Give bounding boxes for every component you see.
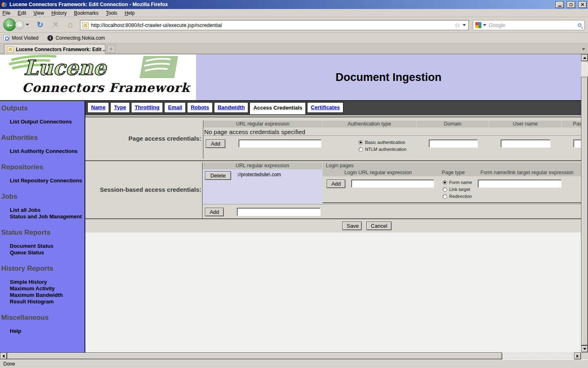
page-type-link-target-label: Link target <box>449 187 470 192</box>
firefox-icon <box>1 2 7 8</box>
col-url-regexp: URL regular expression <box>203 121 323 128</box>
scroll-left-button[interactable] <box>0 352 7 359</box>
sidebar-item-maximum-bandwidth[interactable]: Maximum Bandwidth <box>10 292 85 298</box>
session-access-body: Delete ://protectedsite\.com Login URL r… <box>203 169 581 204</box>
sidebar-item-simple-history[interactable]: Simple History <box>10 279 85 285</box>
form-actions-row: Save Cancel <box>85 218 581 233</box>
back-button[interactable]: ← <box>3 18 16 31</box>
conn-tab-type[interactable]: Type <box>110 102 129 113</box>
stop-button[interactable]: × <box>50 19 61 30</box>
reload-button[interactable]: ↻ <box>34 19 46 30</box>
url-input[interactable] <box>91 22 452 28</box>
basic-authentication-label: Basic authentication <box>365 140 405 145</box>
sidebar-section-history-reports: History Reports <box>1 265 85 273</box>
sidebar-item-list-repository-connections[interactable]: List Repository Connections <box>10 177 85 184</box>
back-arrow-icon: ← <box>7 21 12 29</box>
history-dropdown-icon[interactable] <box>26 24 29 26</box>
search-engine-dropdown-icon[interactable] <box>483 24 486 26</box>
bookmark-label: Connecting.Nokia.com <box>56 35 105 41</box>
form-name-regexp-input[interactable] <box>478 180 561 188</box>
session-add-button[interactable]: Add <box>205 208 224 216</box>
page-access-password-input[interactable] <box>573 139 581 148</box>
page-access-url-regexp-input[interactable] <box>238 139 321 148</box>
sidebar-section-repositories: Repositories <box>1 163 85 171</box>
basic-authentication-radio[interactable] <box>359 140 363 145</box>
bookmark-star-icon[interactable]: ☆ <box>454 22 460 29</box>
page-content: Lucene Connectors Framework Document Ing… <box>0 54 588 352</box>
sidebar-item-document-status[interactable]: Document Status <box>10 243 85 249</box>
search-magnifier-icon[interactable] <box>578 23 581 27</box>
search-input[interactable] <box>489 22 576 28</box>
conn-tab-throttling[interactable]: Throttling <box>131 102 163 113</box>
scroll-right-button[interactable] <box>574 352 581 359</box>
search-bar[interactable] <box>473 20 585 30</box>
horizontal-scroll-thumb[interactable] <box>7 352 502 359</box>
forward-button[interactable]: → <box>15 20 24 29</box>
location-bar[interactable]: ☆ <box>80 20 469 30</box>
reload-icon: ↻ <box>37 20 43 29</box>
minimize-button[interactable] <box>555 1 564 8</box>
page-access-domain-input[interactable] <box>429 139 478 148</box>
session-url-regexp-input[interactable] <box>237 208 321 216</box>
menu-edit[interactable]: Edit <box>18 10 26 16</box>
page-type-form-name-radio[interactable] <box>443 180 447 185</box>
vertical-scrollbar[interactable] <box>581 54 588 352</box>
home-button[interactable]: ⌂ <box>65 19 76 30</box>
page-access-add-button[interactable]: Add <box>206 139 225 148</box>
menu-file[interactable]: File <box>2 10 10 16</box>
scroll-up-button[interactable] <box>581 54 588 61</box>
sidebar-item-result-histogram[interactable]: Result Histogram <box>10 298 85 305</box>
page-title: Document Ingestion <box>336 71 442 84</box>
conn-tab-email[interactable]: Email <box>164 102 186 113</box>
sidebar-section-status-reports: Status Reports <box>1 229 85 237</box>
sidebar-section-miscellaneous: Miscellaneous <box>1 314 85 322</box>
browser-tab[interactable]: Lucene Connectors Framework: Edit ... <box>4 44 105 54</box>
tab-bar: Lucene Connectors Framework: Edit ... + <box>0 43 588 54</box>
sidebar-item-list-output-connections[interactable]: List Output Connections <box>10 119 85 125</box>
horizontal-scrollbar[interactable] <box>0 352 588 359</box>
col-login-url-regexp: Login URL regular expression <box>323 169 434 176</box>
page-type-redirection-radio[interactable] <box>443 194 447 199</box>
sidebar-item-maximum-activity[interactable]: Maximum Activity <box>10 285 85 292</box>
conn-tab-certificates[interactable]: Certificates <box>307 102 343 113</box>
new-tab-button[interactable]: + <box>107 45 115 53</box>
save-button[interactable]: Save <box>342 222 362 230</box>
menu-view[interactable]: View <box>33 10 44 16</box>
scroll-down-button[interactable] <box>581 346 588 352</box>
conn-tab-robots[interactable]: Robots <box>187 102 213 113</box>
bookmark-nokia[interactable]: i Connecting.Nokia.com <box>47 35 105 41</box>
close-button[interactable]: × <box>578 1 587 8</box>
sidebar-item-queue-status[interactable]: Queue Status <box>10 249 85 256</box>
restore-button[interactable] <box>567 1 575 8</box>
login-pages-header-row: Login URL regular expression Page type F… <box>323 169 581 176</box>
session-add-row: Add <box>203 204 581 218</box>
login-page-add-button[interactable]: Add <box>327 180 345 188</box>
menu-tools[interactable]: Tools <box>106 10 117 16</box>
page-type-link-target-radio[interactable] <box>443 187 447 192</box>
session-delete-button[interactable]: Delete <box>205 171 231 180</box>
ntlm-authentication-radio[interactable] <box>359 147 363 152</box>
sidebar-item-list-authority-connections[interactable]: List Authority Connections <box>10 148 85 155</box>
login-url-regexp-input[interactable] <box>351 180 434 188</box>
login-pages-cell: Login URL regular expression Page type F… <box>323 169 581 204</box>
page-access-table: URL regular expression Authentication ty… <box>203 121 581 159</box>
sidebar-item-status-and-job-management[interactable]: Status and Job Management <box>10 213 85 220</box>
list-all-tabs-button[interactable] <box>581 46 586 52</box>
location-dropdown-icon[interactable] <box>463 24 466 26</box>
bookmark-most-visited[interactable]: Most Visited <box>3 35 38 41</box>
sidebar-item-help[interactable]: Help <box>10 328 85 334</box>
conn-tab-name[interactable]: Name <box>87 102 109 113</box>
cancel-button[interactable]: Cancel <box>366 222 392 230</box>
conn-tab-bandwidth[interactable]: Bandwidth <box>214 102 248 113</box>
menu-history[interactable]: History <box>51 10 67 16</box>
page-access-header-row: URL regular expression Authentication ty… <box>203 121 581 128</box>
sidebar-item-list-all-jobs[interactable]: List all Jobs <box>10 207 85 213</box>
page-access-user-name-input[interactable] <box>501 139 550 148</box>
login-pages-add-row: Add Form name Link target <box>323 176 581 203</box>
menu-bookmarks[interactable]: Bookmarks <box>74 10 98 16</box>
vertical-scroll-thumb[interactable] <box>581 77 588 346</box>
page-banner: Document Ingestion <box>196 54 581 100</box>
conn-tab-access-credentials[interactable]: Access Credentials <box>249 102 306 115</box>
menu-help[interactable]: Help <box>125 10 135 16</box>
col-session-url-regexp: URL regular expression <box>203 162 323 169</box>
